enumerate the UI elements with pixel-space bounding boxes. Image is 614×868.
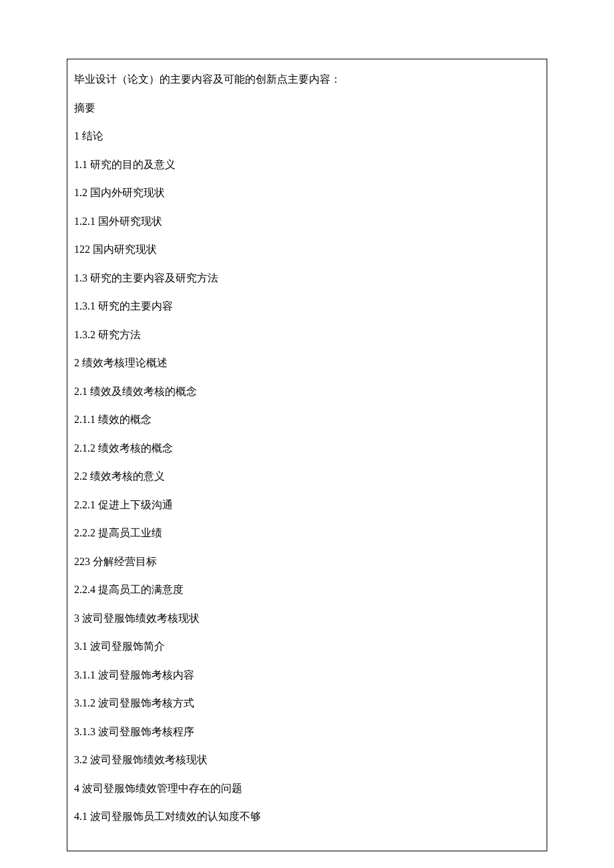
toc-line: 4 波司登服饰绩效管理中存在的问题 bbox=[74, 781, 540, 797]
document-title: 毕业设计（论文）的主要内容及可能的创新点主要内容： bbox=[74, 71, 540, 87]
toc-line: 2 绩效考核理论概述 bbox=[74, 355, 540, 371]
toc-line: 1 结论 bbox=[74, 128, 540, 144]
toc-line: 3.1.3 波司登服饰考核程序 bbox=[74, 724, 540, 740]
toc-line: 3.1 波司登服饰简介 bbox=[74, 638, 540, 655]
toc-line: 2.1.2 绩效考核的概念 bbox=[74, 440, 540, 456]
toc-line: 223 分解经营目标 bbox=[74, 554, 540, 570]
toc-line: 2.2 绩效考核的意义 bbox=[74, 468, 540, 484]
toc-line: 1.2 国内外研究现状 bbox=[74, 185, 540, 201]
toc-line: 1.3 研究的主要内容及研究方法 bbox=[74, 270, 540, 286]
toc-line: 3.1.2 波司登服饰考核方式 bbox=[74, 695, 540, 711]
toc-line: 2.1 绩效及绩效考核的概念 bbox=[74, 384, 540, 400]
toc-line: 3.1.1 波司登服饰考核内容 bbox=[74, 667, 540, 683]
toc-line: 1.2.1 国外研究现状 bbox=[74, 213, 540, 230]
toc-line: 2.1.1 绩效的概念 bbox=[74, 412, 540, 428]
document-page: 毕业设计（论文）的主要内容及可能的创新点主要内容： 摘要 1 结论 1.1 研究… bbox=[67, 59, 547, 851]
toc-line: 2.2.1 促进上下级沟通 bbox=[74, 497, 540, 513]
toc-line: 1.1 研究的目的及意义 bbox=[74, 157, 540, 173]
toc-line: 2.2.4 提高员工的满意度 bbox=[74, 582, 540, 598]
toc-line: 4.1 波司登服饰员工对绩效的认知度不够 bbox=[74, 809, 540, 825]
toc-line: 122 国内研究现状 bbox=[74, 242, 540, 258]
toc-line: 1.3.1 研究的主要内容 bbox=[74, 298, 540, 314]
toc-line: 2.2.2 提高员工业绩 bbox=[74, 525, 540, 541]
toc-line: 1.3.2 研究方法 bbox=[74, 327, 540, 343]
toc-line: 3 波司登服饰绩效考核现状 bbox=[74, 610, 540, 626]
toc-line: 摘要 bbox=[74, 100, 540, 116]
toc-line: 3.2 波司登服饰绩效考核现状 bbox=[74, 752, 540, 768]
